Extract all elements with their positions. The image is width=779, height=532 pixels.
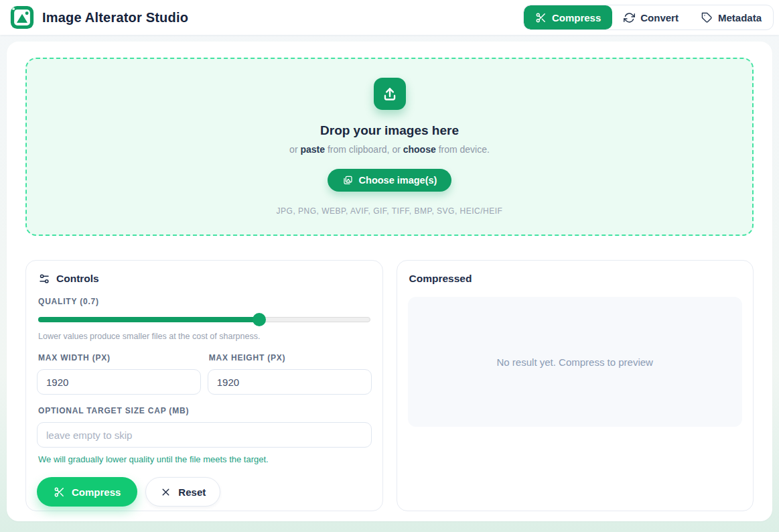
size-cap-note: We will gradually lower quality until th…: [38, 454, 372, 464]
tab-metadata[interactable]: Metadata: [690, 5, 773, 29]
quality-slider[interactable]: [38, 313, 370, 326]
scissors-icon: [54, 486, 65, 498]
sliders-icon: [38, 273, 50, 285]
choose-images-button[interactable]: Choose image(s): [328, 169, 452, 192]
upload-icon: [374, 78, 406, 110]
main-content: Drop your images here or paste from clip…: [7, 42, 772, 521]
close-icon: [160, 486, 171, 498]
choose-images-label: Choose image(s): [359, 175, 437, 186]
app-logo-icon: [9, 5, 35, 30]
quality-hint: Lower values produce smaller files at th…: [38, 332, 372, 341]
quality-slider-thumb[interactable]: [253, 313, 266, 326]
scissors-icon: [535, 12, 547, 23]
size-cap-label: OPTIONAL TARGET SIZE CAP (MB): [38, 406, 372, 415]
compress-button[interactable]: Compress: [37, 477, 137, 507]
max-height-label: MAX HEIGHT (PX): [209, 353, 372, 362]
quality-label: QUALITY (0.7): [38, 297, 372, 306]
dropzone-title: Drop your images here: [320, 123, 459, 138]
supported-formats: JPG, PNG, WEBP, AVIF, GIF, TIFF, BMP, SV…: [277, 206, 503, 216]
tab-metadata-label: Metadata: [718, 12, 762, 23]
images-icon: [342, 175, 353, 186]
max-width-label: MAX WIDTH (PX): [38, 353, 201, 362]
reset-button[interactable]: Reset: [145, 477, 220, 507]
dropzone-subtitle: or paste from clipboard, or choose from …: [289, 144, 490, 155]
controls-title: Controls: [38, 273, 372, 285]
tab-convert[interactable]: Convert: [612, 5, 690, 29]
result-empty-message: No result yet. Compress to preview: [497, 356, 653, 368]
app-title: Image Alterator Studio: [42, 10, 188, 25]
controls-panel: Controls QUALITY (0.7) Lower values prod…: [25, 260, 383, 511]
tab-compress[interactable]: Compress: [524, 5, 612, 29]
max-height-input[interactable]: [208, 369, 372, 395]
tab-compress-label: Compress: [552, 12, 601, 23]
quality-slider-fill: [38, 317, 259, 322]
image-dropzone[interactable]: Drop your images here or paste from clip…: [25, 58, 754, 236]
app-header: Image Alterator Studio Compress Convert …: [0, 0, 779, 35]
tag-icon: [701, 12, 713, 23]
convert-icon: [624, 12, 635, 23]
result-empty-state: No result yet. Compress to preview: [408, 297, 743, 427]
result-panel: Compressed No result yet. Compress to pr…: [397, 260, 754, 511]
mode-tab-group: Compress Convert Metadata: [523, 5, 774, 30]
max-width-input[interactable]: [37, 369, 201, 395]
size-cap-input[interactable]: [37, 422, 372, 448]
tab-convert-label: Convert: [640, 12, 679, 23]
result-title: Compressed: [409, 273, 743, 285]
